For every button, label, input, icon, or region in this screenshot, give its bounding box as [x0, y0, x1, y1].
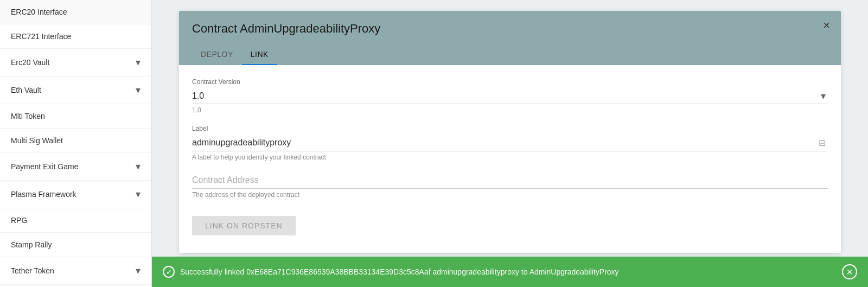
sidebar-item-label: Eth Vault	[11, 86, 41, 94]
sidebar-item-label: Stamp Rally	[11, 240, 52, 249]
success-check-icon: ✓	[163, 266, 175, 278]
label-hint: A label to help you identify your linked…	[192, 154, 828, 161]
contract-version-group: Contract Version 1.0 ▾ 1.0	[192, 78, 828, 114]
label-input[interactable]	[192, 135, 828, 151]
sidebar-item-eth-vault[interactable]: Eth Vault▾	[0, 76, 151, 104]
main-content: Contract AdminUpgradeabilityProxy × DEPL…	[152, 0, 868, 287]
contract-address-group: Contract Address The address of the depl…	[192, 172, 828, 199]
sidebar-item-label: Payment Exit Game	[11, 162, 79, 171]
contract-address-hint: The address of the deployed contract	[192, 191, 828, 199]
sidebar-item-witness[interactable]: Witness	[0, 285, 151, 287]
sidebar-item-tether-token[interactable]: Tether Token▾	[0, 257, 151, 285]
tab-deploy[interactable]: DEPLOY	[192, 44, 242, 65]
chevron-down-icon: ▾	[136, 188, 141, 200]
sidebar-items: ERC20 InterfaceERC721 InterfaceErc20 Vau…	[0, 0, 151, 287]
contract-version-select-wrapper: 1.0 ▾	[192, 88, 828, 104]
sidebar-item-stamp-rally[interactable]: Stamp Rally	[0, 233, 151, 257]
success-close-button[interactable]: ×	[842, 264, 857, 279]
sidebar-item-label: ERC20 Interface	[11, 8, 67, 16]
sidebar-item-label: ERC721 Interface	[11, 32, 71, 41]
sidebar-item-label: Erc20 Vault	[11, 58, 49, 67]
sidebar-item-label: Multi Sig Wallet	[11, 136, 63, 145]
contract-version-label: Contract Version	[192, 78, 828, 86]
sidebar-item-multi-sig-wallet[interactable]: Multi Sig Wallet	[0, 129, 151, 153]
link-on-ropsten-button[interactable]: LINK ON ROPSTEN	[192, 216, 296, 235]
sidebar-item-rpg[interactable]: RPG	[0, 208, 151, 233]
chevron-down-icon: ▾	[136, 56, 141, 68]
contract-version-select[interactable]: 1.0	[192, 88, 828, 104]
sidebar: ERC20 InterfaceERC721 InterfaceErc20 Vau…	[0, 0, 152, 287]
dialog-wrapper: Contract AdminUpgradeabilityProxy × DEPL…	[152, 0, 868, 257]
contract-address-label: Contract Address	[192, 172, 828, 189]
dialog-title: Contract AdminUpgradeabilityProxy	[192, 22, 828, 36]
sidebar-item-erc20-interface[interactable]: ERC20 Interface	[0, 0, 151, 24]
sidebar-item-erc721-interface[interactable]: ERC721 Interface	[0, 24, 151, 49]
label-group: Label ⊟ A label to help you identify you…	[192, 125, 828, 161]
contract-version-hint: 1.0	[192, 106, 828, 114]
chevron-down-icon: ▾	[136, 265, 141, 277]
chevron-down-icon: ▾	[136, 161, 141, 173]
sidebar-item-label: RPG	[11, 216, 27, 225]
sidebar-item-erc20-vault[interactable]: Erc20 Vault▾	[0, 49, 151, 76]
label-input-wrapper: ⊟	[192, 135, 828, 151]
sidebar-item-label: Tether Token	[11, 266, 54, 275]
tab-link[interactable]: LINK	[242, 44, 277, 65]
edit-icon: ⊟	[819, 138, 826, 148]
sidebar-item-plasma-framework[interactable]: Plasma Framework▾	[0, 181, 151, 208]
dialog: Contract AdminUpgradeabilityProxy × DEPL…	[179, 11, 841, 253]
chevron-down-icon: ▾	[136, 84, 141, 96]
dialog-close-button[interactable]: ×	[823, 20, 830, 31]
label-field-label: Label	[192, 125, 828, 132]
sidebar-item-label: Plasma Framework	[11, 190, 76, 199]
success-left: ✓ Successfully linked 0xE68Ea71C936E8653…	[163, 266, 619, 278]
success-banner: ✓ Successfully linked 0xE68Ea71C936E8653…	[152, 257, 868, 287]
dialog-header: Contract AdminUpgradeabilityProxy × DEPL…	[179, 11, 841, 65]
sidebar-item-label: Mlti Token	[11, 112, 45, 120]
contract-address-text: Contract Address	[192, 175, 259, 184]
dialog-tabs: DEPLOY LINK	[192, 44, 828, 65]
dialog-body: Contract Version 1.0 ▾ 1.0 Label ⊟	[179, 65, 841, 253]
sidebar-item-payment-exit-game[interactable]: Payment Exit Game▾	[0, 153, 151, 181]
success-message: Successfully linked 0xE68Ea71C936E86539A…	[180, 267, 619, 276]
sidebar-item-mlti-token[interactable]: Mlti Token	[0, 104, 151, 129]
